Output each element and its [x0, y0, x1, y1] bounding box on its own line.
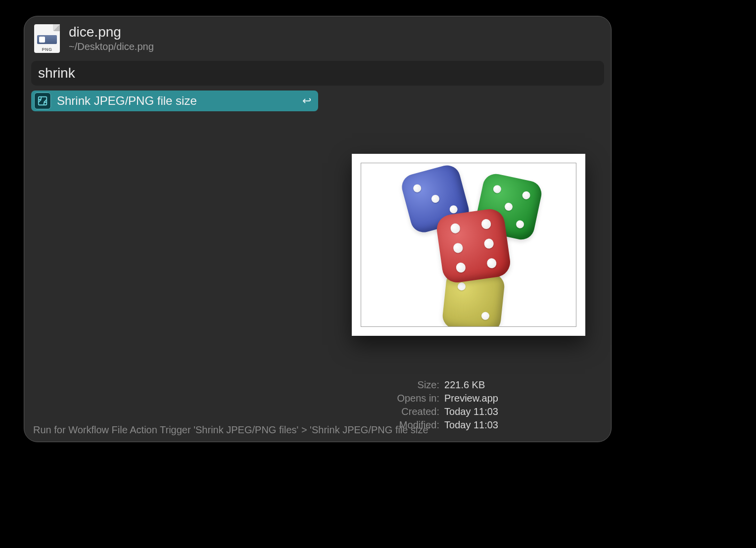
search-field[interactable] — [31, 61, 604, 86]
meta-size-value: 221.6 KB — [444, 379, 498, 391]
search-input[interactable] — [38, 65, 597, 81]
meta-created-label: Created: — [397, 406, 439, 417]
file-path: ~/Desktop/dice.png — [69, 41, 154, 52]
image-preview-inner — [361, 163, 576, 327]
png-file-icon: PNG — [34, 24, 60, 53]
alfred-panel: PNG dice.png ~/Desktop/dice.png Shrink J… — [24, 16, 612, 442]
file-icon-tag: PNG — [34, 47, 60, 52]
file-header: PNG dice.png ~/Desktop/dice.png — [31, 23, 604, 57]
result-item-shrink[interactable]: Shrink JPEG/PNG file size ↩ — [31, 91, 318, 111]
shrink-action-icon — [34, 92, 51, 109]
meta-modified-value: Today 11:03 — [444, 419, 498, 431]
die-red — [435, 207, 512, 284]
meta-created-value: Today 11:03 — [444, 406, 498, 417]
meta-size-label: Size: — [397, 379, 439, 391]
return-key-icon: ↩ — [302, 94, 311, 107]
meta-opens-label: Opens in: — [397, 393, 439, 404]
image-preview — [352, 154, 585, 336]
file-title-block: dice.png ~/Desktop/dice.png — [69, 25, 154, 52]
file-name: dice.png — [69, 25, 154, 40]
result-label: Shrink JPEG/PNG file size — [57, 94, 296, 108]
footer-hint: Run for Workflow File Action Trigger 'Sh… — [33, 424, 430, 436]
file-metadata: Size: 221.6 KB Opens in: Preview.app Cre… — [397, 379, 498, 431]
meta-opens-value: Preview.app — [444, 393, 498, 404]
